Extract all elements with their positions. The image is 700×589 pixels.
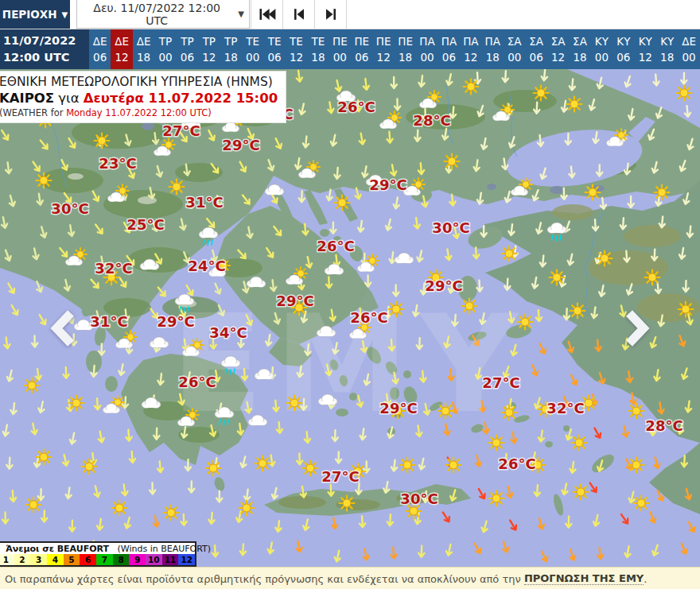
sun-icon xyxy=(679,302,694,317)
datetime-dropdown[interactable]: Δευ. 11/07/2022 12:00 UTC ▼ xyxy=(76,0,250,29)
sun-icon xyxy=(82,459,97,475)
weather-map: ΕΜΥ29°C26°C27°C28°C29°C23°C29°C30°C31°C2… xyxy=(0,69,700,567)
timeline-day-label: ΚΥ xyxy=(616,33,630,49)
timeline-step-ΔΕ-18[interactable]: ΔΕ18 xyxy=(133,29,154,69)
sun-icon xyxy=(489,491,504,506)
sun-icon xyxy=(255,456,270,471)
timeline-day-label: ΤΕ xyxy=(246,33,259,49)
timeline-hour-label: 00 xyxy=(158,49,172,65)
timeline-step-ΔΕ-06[interactable]: ΔΕ06 xyxy=(89,29,111,69)
region-button-label: ΠΕΡΙΟΧΗ xyxy=(2,8,57,21)
timeline-day-label: ΣΑ xyxy=(573,33,587,49)
region-dropdown-button[interactable]: ΠΕΡΙΟΧΗ ▼ xyxy=(0,0,70,29)
wind-legend: Άνεμοι σε BEAUFORT (Winds in BEAUFORT) 1… xyxy=(0,541,196,567)
timeline-hour-label: 12 xyxy=(464,49,477,65)
timeline-step-ΚΥ-06[interactable]: ΚΥ06 xyxy=(612,29,634,69)
temperature-label: 27°C xyxy=(162,122,200,139)
sun-icon xyxy=(446,458,461,473)
timeline-step-ΤΡ-18[interactable]: ΤΡ18 xyxy=(220,29,242,69)
temperature-label: 28°C xyxy=(413,112,450,129)
timeline-step-ΣΑ-12[interactable]: ΣΑ12 xyxy=(547,29,569,69)
step-back-button[interactable] xyxy=(283,0,315,29)
timeline-hour-label: 00 xyxy=(682,49,696,65)
sun-icon xyxy=(645,270,660,285)
timeline-step-ΠΕ-00[interactable]: ΠΕ00 xyxy=(329,29,351,69)
timeline-step-ΠΑ-12[interactable]: ΠΑ12 xyxy=(460,29,481,69)
timeline-step-ΣΑ-06[interactable]: ΣΑ06 xyxy=(525,29,546,69)
beaufort-4: 4 xyxy=(47,554,64,565)
timeline-day-label: ΚΥ xyxy=(660,33,674,49)
timeline-day-label: ΤΕ xyxy=(268,33,282,49)
beaufort-8: 8 xyxy=(113,554,130,565)
timeline-day-label: ΤΡ xyxy=(181,33,193,49)
beaufort-3: 3 xyxy=(30,554,47,565)
temperature-label: 29°C xyxy=(379,400,417,417)
service-name: ΕΘΝΙΚΗ ΜΕΤΕΩΡΟΛΟΓΙΚΗ ΥΠΗΡΕΣΙΑ (HNMS) xyxy=(0,74,278,90)
timeline-day-label: ΔΕ xyxy=(137,33,151,49)
timeline-hour-label: 00 xyxy=(595,49,609,65)
timeline-day-label: ΚΥ xyxy=(595,33,609,49)
timeline-step-ΠΕ-12[interactable]: ΠΕ12 xyxy=(372,29,394,69)
temperature-label: 28°C xyxy=(645,417,682,434)
beaufort-2: 2 xyxy=(14,554,31,565)
timeline-step-ΣΑ-18[interactable]: ΣΑ18 xyxy=(569,29,590,69)
status-bar: Οι παραπάνω χάρτες είναι προϊόντα αριθμη… xyxy=(0,567,700,589)
beaufort-9: 9 xyxy=(129,554,146,565)
skip-to-first-button[interactable] xyxy=(251,0,283,29)
sun-icon xyxy=(112,501,127,516)
timeline-day-label: ΤΡ xyxy=(203,33,216,49)
temperature-label: 29°C xyxy=(425,277,462,294)
timeline-step-ΚΥ-18[interactable]: ΚΥ18 xyxy=(656,29,678,69)
timeline-hour-label: 18 xyxy=(137,49,150,65)
chevron-left-icon xyxy=(46,308,81,349)
temperature-label: 26°C xyxy=(498,455,535,472)
timeline-day-label: ΤΡ xyxy=(159,33,172,49)
timeline-current-datetime: 11/07/2022 12:00 UTC xyxy=(0,29,89,69)
timeline-step-ΣΑ-00[interactable]: ΣΑ00 xyxy=(504,29,525,69)
timeline-hour-label: 12 xyxy=(639,49,652,65)
timeline-time: 12:00 UTC xyxy=(3,49,89,66)
timeline-step-ΤΕ-18[interactable]: ΤΕ18 xyxy=(307,29,329,69)
step-forward-button[interactable] xyxy=(315,0,347,29)
timeline-step-ΔΕ-12[interactable]: ΔΕ12 xyxy=(111,29,132,69)
map-prev-arrow[interactable] xyxy=(46,308,81,349)
temperature-label: 27°C xyxy=(482,374,519,391)
sun-icon xyxy=(239,501,255,516)
temperature-label: 34°C xyxy=(209,324,247,341)
temperature-label: 32°C xyxy=(546,400,584,417)
timeline-hour-label: 00 xyxy=(246,49,259,65)
timeline-step-ΚΥ-12[interactable]: ΚΥ12 xyxy=(635,29,656,69)
sun-icon xyxy=(25,378,40,393)
timeline-step-ΚΥ-00[interactable]: ΚΥ00 xyxy=(591,29,612,69)
map-next-arrow[interactable] xyxy=(619,308,654,349)
timeline-step-ΠΕ-18[interactable]: ΠΕ18 xyxy=(395,29,416,69)
chevron-down-icon: ▼ xyxy=(61,10,68,19)
sun-icon xyxy=(206,461,221,476)
timeline-step-ΤΕ-06[interactable]: ΤΕ06 xyxy=(263,29,285,69)
terrain-shading xyxy=(278,496,326,509)
timeline-hour-label: 18 xyxy=(224,49,238,65)
disclaimer-text: Οι παραπάνω χάρτες είναι προϊόντα αριθμη… xyxy=(5,573,524,585)
timeline-step-ΠΑ-00[interactable]: ΠΑ00 xyxy=(416,29,438,69)
temperature-label: 30°C xyxy=(51,200,88,217)
sun-icon xyxy=(400,458,415,473)
timeline-step-ΤΡ-06[interactable]: ΤΡ06 xyxy=(177,29,198,69)
lake xyxy=(142,122,154,130)
sun-icon xyxy=(287,396,302,411)
timeline-hour-label: 18 xyxy=(486,49,500,65)
forecast-link[interactable]: ΠΡΟΓΝΩΣΗ ΤΗΣ ΕΜΥ xyxy=(524,572,644,585)
timeline-step-ΠΑ-06[interactable]: ΠΑ06 xyxy=(438,29,460,69)
sun-icon xyxy=(597,251,612,266)
timeline-hour-label: 12 xyxy=(115,49,129,65)
sun-icon xyxy=(629,404,644,419)
timeline-step-ΠΕ-06[interactable]: ΠΕ06 xyxy=(351,29,372,69)
timeline-step-ΤΡ-00[interactable]: ΤΡ00 xyxy=(154,29,176,69)
timeline-step-ΤΡ-12[interactable]: ΤΡ12 xyxy=(198,29,220,69)
timeline-step-ΔΕ-00[interactable]: ΔΕ00 xyxy=(678,29,699,69)
island xyxy=(370,150,384,163)
sun-icon xyxy=(26,498,41,513)
timeline-step-ΤΕ-00[interactable]: ΤΕ00 xyxy=(242,29,263,69)
sun-icon xyxy=(585,185,601,200)
timeline-step-ΠΑ-18[interactable]: ΠΑ18 xyxy=(482,29,504,69)
timeline-step-ΤΕ-12[interactable]: ΤΕ12 xyxy=(286,29,307,69)
